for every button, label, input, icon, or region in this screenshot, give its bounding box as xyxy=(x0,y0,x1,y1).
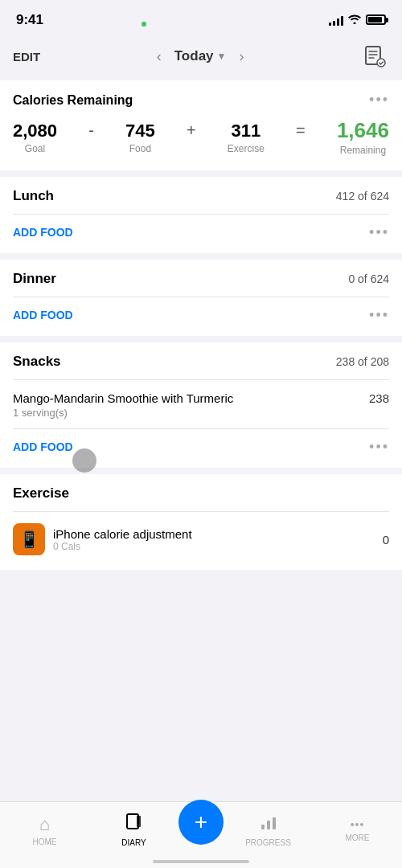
lunch-divider xyxy=(13,214,389,215)
remaining-value: 1,646 xyxy=(337,118,389,143)
remaining-label: Remaining xyxy=(340,145,386,156)
snacks-header: Snacks 238 of 208 xyxy=(13,354,389,370)
tab-more[interactable]: ••• MORE xyxy=(313,818,402,842)
status-bar: 9:41 xyxy=(0,0,402,35)
equals-operator: = xyxy=(296,121,306,153)
lunch-calories: 412 of 624 xyxy=(336,190,389,203)
prev-date-button[interactable]: ‹ xyxy=(152,47,166,67)
snacks-divider2 xyxy=(13,428,389,429)
more-icon: ••• xyxy=(351,818,365,831)
exercise-calories: 0 xyxy=(383,533,389,547)
add-button[interactable]: + xyxy=(178,800,224,845)
lunch-section: Lunch 412 of 624 ADD FOOD ••• xyxy=(0,177,402,253)
snacks-title: Snacks xyxy=(13,354,61,370)
snacks-menu-dots[interactable]: ••• xyxy=(369,439,389,456)
home-label: HOME xyxy=(33,837,57,846)
svg-point-1 xyxy=(377,59,385,67)
exercise-subtitle: 0 Cals xyxy=(53,541,192,552)
signal-bars xyxy=(329,14,343,26)
dinner-calories: 0 of 624 xyxy=(348,272,389,285)
tab-bar: ⌂ HOME DIARY + PROGRESS ••• MORE xyxy=(0,801,402,868)
snack-food-name: Mango-Mandarin Smoothie with Turmeric xyxy=(13,391,369,405)
food-item: 745 Food xyxy=(125,121,155,154)
lunch-title: Lunch xyxy=(13,188,54,204)
dinner-section: Dinner 0 of 624 ADD FOOD ••• xyxy=(0,260,402,336)
home-indicator xyxy=(153,860,249,863)
goal-label: Goal xyxy=(25,143,45,154)
snacks-divider xyxy=(13,379,389,380)
activity-dot xyxy=(142,22,146,27)
exercise-icon-container: 📱 xyxy=(13,523,45,555)
svg-rect-3 xyxy=(137,816,141,827)
exercise-info: 📱 iPhone calorie adjustment 0 Cals xyxy=(13,523,383,555)
snack-food-calories: 238 xyxy=(369,391,389,405)
svg-rect-6 xyxy=(273,817,276,829)
calories-card: Calories Remaining ••• 2,080 Goal - 745 … xyxy=(0,80,402,170)
tab-bar-spacer xyxy=(0,576,402,643)
add-icon: + xyxy=(195,811,207,833)
diary-icon-button[interactable] xyxy=(360,42,389,71)
plus-operator: + xyxy=(187,121,196,153)
snack-food-serving: 1 serving(s) xyxy=(13,407,369,419)
tab-progress[interactable]: PROGRESS xyxy=(224,813,313,847)
goal-value: 2,080 xyxy=(13,121,57,141)
progress-label: PROGRESS xyxy=(245,838,291,847)
diary-label: DIARY xyxy=(121,838,146,847)
remaining-item: 1,646 Remaining xyxy=(337,118,389,156)
snacks-section: Snacks 238 of 208 Mango-Mandarin Smoothi… xyxy=(0,342,402,468)
exercise-item: 311 Exercise xyxy=(228,121,265,154)
dinner-header: Dinner 0 of 624 xyxy=(13,271,389,287)
lunch-add-row: ADD FOOD ••• xyxy=(13,223,389,242)
snacks-calories: 238 of 208 xyxy=(336,355,389,368)
food-label: Food xyxy=(129,143,151,154)
svg-rect-5 xyxy=(267,821,270,829)
wifi-icon xyxy=(348,14,361,27)
dinner-divider xyxy=(13,297,389,297)
tab-home[interactable]: ⌂ HOME xyxy=(0,814,89,846)
calories-row: 2,080 Goal - 745 Food + 311 Exercise = 1… xyxy=(13,118,389,156)
snack-food-info: Mango-Mandarin Smoothie with Turmeric 1 … xyxy=(13,391,369,419)
main-content: Calories Remaining ••• 2,080 Goal - 745 … xyxy=(0,80,402,643)
diary-icon xyxy=(125,813,143,836)
battery-icon xyxy=(366,14,386,25)
exercise-title: Exercise xyxy=(13,485,389,502)
status-time: 9:41 xyxy=(16,12,43,28)
snack-food-item[interactable]: Mango-Mandarin Smoothie with Turmeric 1 … xyxy=(13,388,389,428)
exercise-value: 311 xyxy=(231,121,260,141)
food-value: 745 xyxy=(125,121,155,141)
calories-header: Calories Remaining ••• xyxy=(13,92,389,108)
progress-icon xyxy=(260,813,277,836)
snacks-add-row: ADD FOOD ••• xyxy=(13,437,389,457)
exercise-divider xyxy=(13,511,389,512)
dinner-add-food-button[interactable]: ADD FOOD xyxy=(13,305,73,325)
svg-rect-4 xyxy=(261,825,265,829)
next-date-button[interactable]: › xyxy=(234,47,248,67)
calories-title: Calories Remaining xyxy=(13,93,133,108)
dinner-menu-dots[interactable]: ••• xyxy=(369,307,389,324)
exercise-details: iPhone calorie adjustment 0 Cals xyxy=(53,527,192,552)
calories-menu-dots[interactable]: ••• xyxy=(369,92,389,108)
lunch-header: Lunch 412 of 624 xyxy=(13,188,389,204)
today-label: Today xyxy=(174,48,214,64)
goal-item: 2,080 Goal xyxy=(13,121,57,154)
dropdown-arrow-icon: ▼ xyxy=(217,51,227,62)
lunch-add-food-button[interactable]: ADD FOOD xyxy=(13,223,73,242)
exercise-name: iPhone calorie adjustment xyxy=(53,527,192,541)
more-label: MORE xyxy=(346,833,370,842)
lunch-menu-dots[interactable]: ••• xyxy=(369,224,389,241)
today-selector[interactable]: Today ▼ xyxy=(174,48,227,64)
dinner-add-row: ADD FOOD ••• xyxy=(13,305,389,325)
home-icon: ⌂ xyxy=(39,814,50,835)
header: EDIT ‹ Today ▼ › xyxy=(0,35,402,80)
exercise-label: Exercise xyxy=(228,143,265,154)
phone-icon: 📱 xyxy=(19,530,39,549)
tab-diary[interactable]: DIARY xyxy=(89,813,178,847)
status-icons xyxy=(329,14,386,27)
exercise-item[interactable]: 📱 iPhone calorie adjustment 0 Cals 0 xyxy=(13,520,389,559)
dinner-title: Dinner xyxy=(13,271,56,287)
minus-operator: - xyxy=(88,121,94,153)
edit-button[interactable]: EDIT xyxy=(13,50,40,63)
nav-center: ‹ Today ▼ › xyxy=(152,47,249,67)
exercise-section: Exercise 📱 iPhone calorie adjustment 0 C… xyxy=(0,474,402,570)
snacks-add-food-button[interactable]: ADD FOOD xyxy=(13,437,73,457)
